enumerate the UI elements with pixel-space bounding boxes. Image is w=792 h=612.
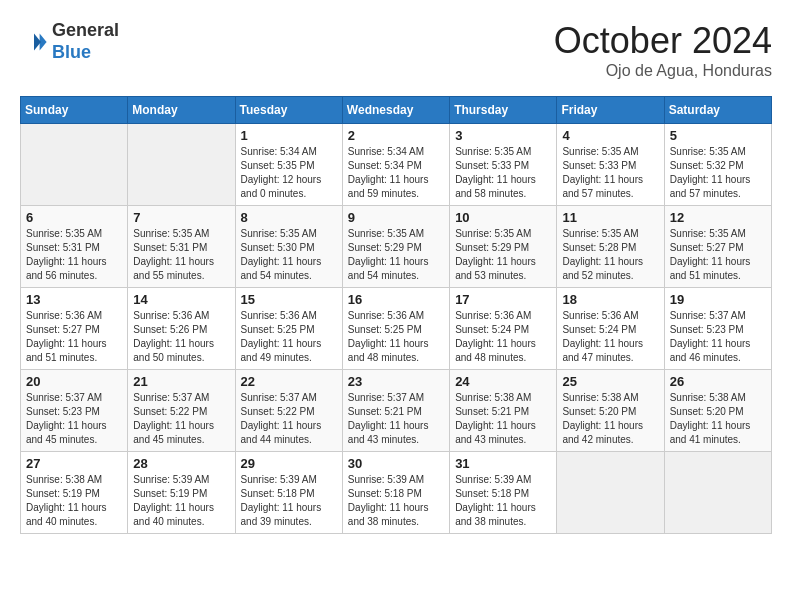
day-number: 17 [455,292,551,307]
calendar-cell: 8Sunrise: 5:35 AM Sunset: 5:30 PM Daylig… [235,206,342,288]
weekday-header: Saturday [664,97,771,124]
day-info: Sunrise: 5:35 AM Sunset: 5:27 PM Dayligh… [670,227,766,283]
day-info: Sunrise: 5:36 AM Sunset: 5:24 PM Dayligh… [455,309,551,365]
day-info: Sunrise: 5:34 AM Sunset: 5:35 PM Dayligh… [241,145,337,201]
day-info: Sunrise: 5:39 AM Sunset: 5:18 PM Dayligh… [348,473,444,529]
day-info: Sunrise: 5:35 AM Sunset: 5:33 PM Dayligh… [562,145,658,201]
calendar-cell: 24Sunrise: 5:38 AM Sunset: 5:21 PM Dayli… [450,370,557,452]
day-info: Sunrise: 5:35 AM Sunset: 5:31 PM Dayligh… [26,227,122,283]
calendar-cell [664,452,771,534]
day-number: 27 [26,456,122,471]
day-info: Sunrise: 5:38 AM Sunset: 5:21 PM Dayligh… [455,391,551,447]
calendar-cell: 2Sunrise: 5:34 AM Sunset: 5:34 PM Daylig… [342,124,449,206]
calendar-cell [128,124,235,206]
calendar-cell: 13Sunrise: 5:36 AM Sunset: 5:27 PM Dayli… [21,288,128,370]
month-title: October 2024 [554,20,772,62]
day-number: 7 [133,210,229,225]
day-number: 8 [241,210,337,225]
calendar-cell: 10Sunrise: 5:35 AM Sunset: 5:29 PM Dayli… [450,206,557,288]
location-title: Ojo de Agua, Honduras [554,62,772,80]
day-number: 4 [562,128,658,143]
calendar-week-row: 27Sunrise: 5:38 AM Sunset: 5:19 PM Dayli… [21,452,772,534]
day-info: Sunrise: 5:35 AM Sunset: 5:33 PM Dayligh… [455,145,551,201]
day-number: 19 [670,292,766,307]
day-info: Sunrise: 5:36 AM Sunset: 5:24 PM Dayligh… [562,309,658,365]
day-number: 10 [455,210,551,225]
calendar-week-row: 20Sunrise: 5:37 AM Sunset: 5:23 PM Dayli… [21,370,772,452]
weekday-header: Wednesday [342,97,449,124]
day-info: Sunrise: 5:35 AM Sunset: 5:31 PM Dayligh… [133,227,229,283]
calendar-cell: 31Sunrise: 5:39 AM Sunset: 5:18 PM Dayli… [450,452,557,534]
calendar-cell: 26Sunrise: 5:38 AM Sunset: 5:20 PM Dayli… [664,370,771,452]
day-info: Sunrise: 5:35 AM Sunset: 5:28 PM Dayligh… [562,227,658,283]
day-info: Sunrise: 5:38 AM Sunset: 5:20 PM Dayligh… [562,391,658,447]
day-number: 6 [26,210,122,225]
day-info: Sunrise: 5:37 AM Sunset: 5:23 PM Dayligh… [670,309,766,365]
calendar-cell: 12Sunrise: 5:35 AM Sunset: 5:27 PM Dayli… [664,206,771,288]
calendar-cell: 27Sunrise: 5:38 AM Sunset: 5:19 PM Dayli… [21,452,128,534]
day-info: Sunrise: 5:37 AM Sunset: 5:23 PM Dayligh… [26,391,122,447]
day-number: 18 [562,292,658,307]
day-info: Sunrise: 5:36 AM Sunset: 5:25 PM Dayligh… [241,309,337,365]
day-info: Sunrise: 5:36 AM Sunset: 5:27 PM Dayligh… [26,309,122,365]
day-info: Sunrise: 5:34 AM Sunset: 5:34 PM Dayligh… [348,145,444,201]
day-info: Sunrise: 5:36 AM Sunset: 5:26 PM Dayligh… [133,309,229,365]
day-number: 1 [241,128,337,143]
weekday-header: Monday [128,97,235,124]
day-info: Sunrise: 5:39 AM Sunset: 5:18 PM Dayligh… [455,473,551,529]
calendar-cell: 19Sunrise: 5:37 AM Sunset: 5:23 PM Dayli… [664,288,771,370]
calendar-table: SundayMondayTuesdayWednesdayThursdayFrid… [20,96,772,534]
calendar-cell: 14Sunrise: 5:36 AM Sunset: 5:26 PM Dayli… [128,288,235,370]
day-number: 16 [348,292,444,307]
calendar-cell: 3Sunrise: 5:35 AM Sunset: 5:33 PM Daylig… [450,124,557,206]
calendar-cell: 21Sunrise: 5:37 AM Sunset: 5:22 PM Dayli… [128,370,235,452]
calendar-cell: 23Sunrise: 5:37 AM Sunset: 5:21 PM Dayli… [342,370,449,452]
weekday-header: Friday [557,97,664,124]
day-number: 23 [348,374,444,389]
calendar-cell: 25Sunrise: 5:38 AM Sunset: 5:20 PM Dayli… [557,370,664,452]
day-number: 22 [241,374,337,389]
day-info: Sunrise: 5:39 AM Sunset: 5:19 PM Dayligh… [133,473,229,529]
day-number: 13 [26,292,122,307]
calendar-cell: 6Sunrise: 5:35 AM Sunset: 5:31 PM Daylig… [21,206,128,288]
calendar-cell: 18Sunrise: 5:36 AM Sunset: 5:24 PM Dayli… [557,288,664,370]
day-info: Sunrise: 5:35 AM Sunset: 5:29 PM Dayligh… [455,227,551,283]
title-block: October 2024 Ojo de Agua, Honduras [554,20,772,80]
day-info: Sunrise: 5:35 AM Sunset: 5:30 PM Dayligh… [241,227,337,283]
day-info: Sunrise: 5:35 AM Sunset: 5:29 PM Dayligh… [348,227,444,283]
day-number: 20 [26,374,122,389]
day-info: Sunrise: 5:35 AM Sunset: 5:32 PM Dayligh… [670,145,766,201]
logo-icon [20,28,48,56]
calendar-cell [21,124,128,206]
calendar-cell: 29Sunrise: 5:39 AM Sunset: 5:18 PM Dayli… [235,452,342,534]
calendar-week-row: 1Sunrise: 5:34 AM Sunset: 5:35 PM Daylig… [21,124,772,206]
day-info: Sunrise: 5:38 AM Sunset: 5:20 PM Dayligh… [670,391,766,447]
day-info: Sunrise: 5:37 AM Sunset: 5:22 PM Dayligh… [241,391,337,447]
day-info: Sunrise: 5:37 AM Sunset: 5:22 PM Dayligh… [133,391,229,447]
day-number: 21 [133,374,229,389]
calendar-cell: 30Sunrise: 5:39 AM Sunset: 5:18 PM Dayli… [342,452,449,534]
day-number: 25 [562,374,658,389]
day-number: 30 [348,456,444,471]
calendar-cell: 16Sunrise: 5:36 AM Sunset: 5:25 PM Dayli… [342,288,449,370]
day-number: 29 [241,456,337,471]
calendar-week-row: 6Sunrise: 5:35 AM Sunset: 5:31 PM Daylig… [21,206,772,288]
calendar-cell: 15Sunrise: 5:36 AM Sunset: 5:25 PM Dayli… [235,288,342,370]
logo: General Blue [20,20,119,63]
weekday-header-row: SundayMondayTuesdayWednesdayThursdayFrid… [21,97,772,124]
day-number: 5 [670,128,766,143]
day-number: 26 [670,374,766,389]
calendar-cell: 28Sunrise: 5:39 AM Sunset: 5:19 PM Dayli… [128,452,235,534]
calendar-cell: 4Sunrise: 5:35 AM Sunset: 5:33 PM Daylig… [557,124,664,206]
weekday-header: Thursday [450,97,557,124]
day-number: 12 [670,210,766,225]
day-number: 24 [455,374,551,389]
calendar-cell: 9Sunrise: 5:35 AM Sunset: 5:29 PM Daylig… [342,206,449,288]
calendar-cell: 11Sunrise: 5:35 AM Sunset: 5:28 PM Dayli… [557,206,664,288]
day-number: 14 [133,292,229,307]
calendar-cell: 5Sunrise: 5:35 AM Sunset: 5:32 PM Daylig… [664,124,771,206]
calendar-cell: 20Sunrise: 5:37 AM Sunset: 5:23 PM Dayli… [21,370,128,452]
day-number: 3 [455,128,551,143]
day-number: 2 [348,128,444,143]
calendar-cell [557,452,664,534]
